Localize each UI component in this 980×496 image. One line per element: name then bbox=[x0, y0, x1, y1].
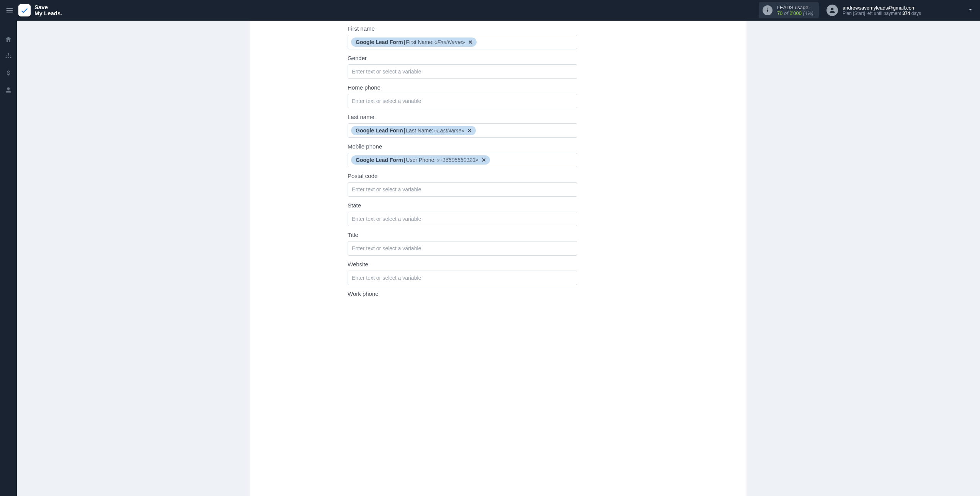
field-input-postal_code[interactable] bbox=[348, 182, 577, 197]
hamburger-icon bbox=[5, 6, 14, 15]
field-group-work_phone: Work phone bbox=[348, 290, 577, 297]
chevron-down-icon bbox=[967, 6, 974, 13]
chip-source: Google Lead Form bbox=[356, 157, 403, 163]
info-icon: i bbox=[763, 5, 773, 15]
field-label: Title bbox=[348, 232, 577, 238]
field-input-home_phone[interactable] bbox=[348, 94, 577, 108]
field-label: Gender bbox=[348, 55, 577, 61]
variable-chip: Google Lead Form | Last Name: «LastName»… bbox=[351, 126, 476, 135]
chip-field: First Name: bbox=[406, 39, 433, 45]
menu-toggle-button[interactable] bbox=[4, 5, 15, 16]
header-expand-button[interactable] bbox=[967, 6, 974, 15]
field-label: Mobile phone bbox=[348, 143, 577, 150]
app-logo[interactable]: Save My Leads. bbox=[18, 4, 62, 17]
field-label: Work phone bbox=[348, 290, 577, 297]
field-group-website: Website bbox=[348, 261, 577, 285]
app-header: Save My Leads. i LEADS usage: 70 of 2'00… bbox=[0, 0, 980, 21]
field-group-title: Title bbox=[348, 232, 577, 256]
chip-field: User Phone: bbox=[406, 157, 436, 163]
field-group-mobile_phone: Mobile phoneGoogle Lead Form | User Phon… bbox=[348, 143, 577, 167]
field-input-website[interactable] bbox=[348, 271, 577, 285]
chip-remove-button[interactable]: ✕ bbox=[467, 127, 473, 134]
sitemap-icon bbox=[5, 52, 12, 60]
sidebar-item-billing[interactable] bbox=[0, 66, 17, 80]
form-panel: First nameGoogle Lead Form | First Name:… bbox=[250, 21, 746, 496]
avatar-icon bbox=[826, 5, 838, 16]
text-input[interactable] bbox=[351, 185, 574, 194]
field-input-state[interactable] bbox=[348, 212, 577, 226]
field-group-first_name: First nameGoogle Lead Form | First Name:… bbox=[348, 25, 577, 49]
logo-icon bbox=[18, 4, 31, 16]
leads-usage-values: 70 of 2'000 (4%) bbox=[777, 10, 813, 16]
text-input[interactable] bbox=[351, 244, 574, 253]
field-input-gender[interactable] bbox=[348, 64, 577, 79]
user-plan: Plan |Start| left until payment 374 days bbox=[843, 11, 921, 16]
sidebar bbox=[0, 21, 17, 496]
home-icon bbox=[5, 36, 12, 43]
field-input-first_name[interactable]: Google Lead Form | First Name: «FirstNam… bbox=[348, 35, 577, 49]
field-input-title[interactable] bbox=[348, 241, 577, 256]
field-group-state: State bbox=[348, 202, 577, 226]
field-label: Last name bbox=[348, 114, 577, 120]
chip-value: «LastName» bbox=[434, 127, 464, 134]
chip-remove-button[interactable]: ✕ bbox=[467, 39, 474, 45]
text-input[interactable] bbox=[351, 273, 574, 282]
field-group-gender: Gender bbox=[348, 55, 577, 79]
sidebar-item-home[interactable] bbox=[0, 32, 17, 47]
chip-field: Last Name: bbox=[406, 127, 433, 134]
field-group-home_phone: Home phone bbox=[348, 84, 577, 108]
field-group-last_name: Last nameGoogle Lead Form | Last Name: «… bbox=[348, 114, 577, 138]
field-group-postal_code: Postal code bbox=[348, 173, 577, 197]
chip-remove-button[interactable]: ✕ bbox=[481, 157, 487, 163]
field-input-mobile_phone[interactable]: Google Lead Form | User Phone: «+1650555… bbox=[348, 153, 577, 167]
leads-usage-badge[interactable]: i LEADS usage: 70 of 2'000 (4%) bbox=[759, 2, 819, 18]
variable-chip: Google Lead Form | User Phone: «+1650555… bbox=[351, 155, 490, 165]
text-input[interactable] bbox=[351, 96, 574, 106]
field-input-last_name[interactable]: Google Lead Form | Last Name: «LastName»… bbox=[348, 123, 577, 138]
user-icon bbox=[5, 86, 12, 94]
main-content: First nameGoogle Lead Form | First Name:… bbox=[17, 21, 980, 496]
logo-text: Save My Leads. bbox=[34, 4, 62, 17]
variable-chip: Google Lead Form | First Name: «FirstNam… bbox=[351, 38, 477, 47]
field-label: Postal code bbox=[348, 173, 577, 179]
chip-source: Google Lead Form bbox=[356, 127, 403, 134]
user-email: andrewsavemyleads@gmail.com bbox=[843, 5, 921, 11]
field-label: First name bbox=[348, 25, 577, 32]
field-label: State bbox=[348, 202, 577, 209]
chip-value: «+16505550123» bbox=[436, 157, 478, 163]
chip-source: Google Lead Form bbox=[356, 39, 403, 45]
dollar-icon bbox=[5, 69, 12, 77]
text-input[interactable] bbox=[351, 67, 574, 76]
user-menu[interactable]: andrewsavemyleads@gmail.com Plan |Start|… bbox=[826, 5, 921, 16]
sidebar-item-connections[interactable] bbox=[0, 49, 17, 64]
chip-value: «FirstName» bbox=[434, 39, 465, 45]
leads-usage-label: LEADS usage: bbox=[777, 5, 813, 10]
sidebar-item-account[interactable] bbox=[0, 83, 17, 97]
field-label: Home phone bbox=[348, 84, 577, 91]
field-label: Website bbox=[348, 261, 577, 268]
text-input[interactable] bbox=[351, 214, 574, 224]
